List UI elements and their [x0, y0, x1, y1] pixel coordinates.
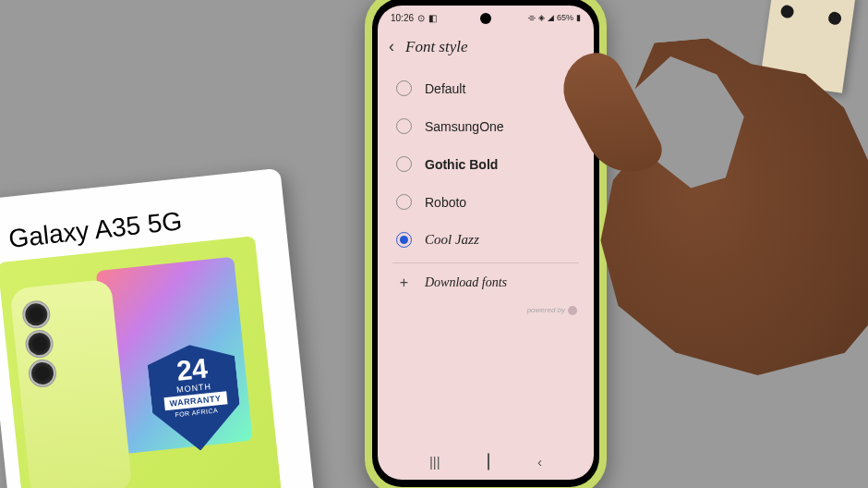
font-option-gothic-bold[interactable]: Gothic Bold [392, 145, 579, 183]
radio-icon [396, 80, 412, 96]
bluetooth-icon: ⌯ [527, 13, 536, 22]
option-label: Gothic Bold [425, 157, 498, 172]
status-time: 10:26 [391, 13, 414, 23]
phone-screen: 10:26 ⊙ ◧ ⌯ ◈ ◢ 65% ▮ ‹ Font style [378, 6, 594, 480]
font-option-roboto[interactable]: Roboto [392, 183, 579, 221]
warranty-badge: 24 MONTH WARRANTY FOR AFRICA [146, 340, 245, 455]
font-option-samsungone[interactable]: SamsungOne [392, 107, 579, 145]
signal-icon: ◢ [548, 13, 554, 22]
plus-icon: + [396, 274, 412, 291]
radio-icon [396, 118, 412, 134]
product-box: Galaxy A35 5G 24 MONTH WARRANTY FOR AFRI… [0, 168, 319, 488]
option-label: SamsungOne [425, 119, 504, 134]
notification-icon: ◧ [428, 13, 437, 23]
font-option-cool-jazz[interactable]: Cool Jazz [392, 221, 579, 259]
wifi-icon: ◈ [538, 13, 545, 22]
radio-icon [396, 156, 412, 172]
camera-lens-icon [27, 332, 51, 356]
navigation-bar: ||| ‹ [378, 446, 594, 476]
page-title: Font style [405, 38, 468, 56]
back-nav-button[interactable]: ‹ [537, 454, 542, 470]
battery-icon: ▮ [576, 13, 581, 22]
battery-percent: 65% [557, 13, 573, 22]
back-button[interactable]: ‹ [389, 37, 394, 56]
camera-lens-icon [30, 361, 54, 385]
download-fonts-button[interactable]: + Download fonts [392, 262, 579, 302]
badge-number: 24 [175, 354, 209, 384]
provider-logo-icon [568, 306, 577, 315]
product-box-art: 24 MONTH WARRANTY FOR AFRICA [0, 236, 282, 488]
option-label: Default [425, 81, 465, 96]
option-label: Cool Jazz [425, 232, 479, 248]
powered-by-footer: powered by [378, 302, 594, 319]
font-options-list: Default SamsungOne Gothic Bold Roboto Co… [378, 69, 594, 302]
download-label: Download fonts [425, 275, 507, 290]
whatsapp-icon: ⊙ [417, 13, 425, 23]
font-option-default[interactable]: Default [392, 69, 579, 107]
home-button[interactable] [488, 454, 489, 470]
radio-selected-icon [396, 232, 412, 248]
screen-header: ‹ Font style [378, 30, 594, 69]
recents-button[interactable]: ||| [429, 454, 440, 470]
radio-icon [396, 194, 412, 210]
front-camera [480, 13, 491, 24]
camera-lens-icon [24, 302, 48, 326]
option-label: Roboto [425, 195, 466, 210]
